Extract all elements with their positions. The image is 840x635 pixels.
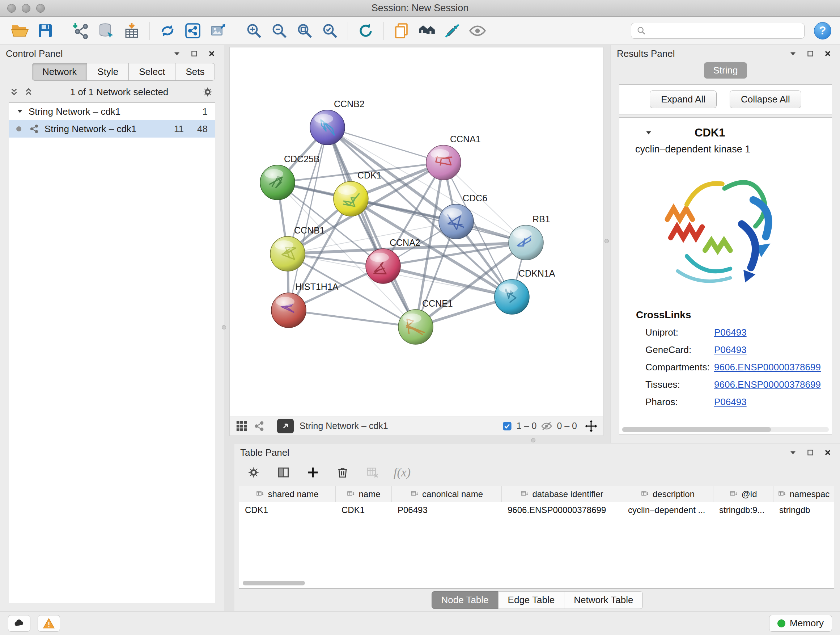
node-gloss-highlight — [431, 149, 449, 158]
function-builder-button[interactable]: f(x) — [393, 466, 411, 479]
fit-content-button[interactable] — [277, 419, 294, 433]
disclosure-triangle-icon[interactable] — [16, 108, 24, 115]
control-panel-collapse-button[interactable] — [171, 47, 183, 60]
network-node-ccna1[interactable]: CCNA1 — [426, 134, 481, 180]
network-row[interactable]: String Network – cdk1 11 48 — [9, 120, 215, 138]
crosslink-tissues-link[interactable]: 9606.ENSP00000378699 — [714, 379, 821, 390]
refresh-button[interactable] — [355, 19, 377, 42]
control-panel-float-button[interactable] — [188, 47, 201, 60]
column-header-shared-name[interactable]: shared name — [239, 486, 336, 502]
network-collection-row[interactable]: String Network – cdk1 1 — [9, 103, 215, 120]
import-network-from-file-button[interactable] — [70, 19, 92, 42]
column-header-id[interactable]: @id — [714, 486, 774, 502]
new-network-button[interactable] — [156, 19, 179, 42]
column-header-name[interactable]: name — [336, 486, 392, 502]
network-gallery-button[interactable] — [416, 19, 438, 42]
table-panel-collapse-button[interactable] — [786, 446, 799, 459]
node-label: CCNA1 — [450, 134, 481, 144]
export-network-image-button[interactable] — [207, 19, 229, 42]
network-node-cdk1[interactable]: CDK1 — [333, 170, 382, 216]
crosslink-compartments-link[interactable]: 9606.ENSP00000378699 — [714, 362, 821, 373]
tab-string[interactable]: String — [704, 62, 747, 79]
results-panel-collapse-button[interactable] — [786, 47, 799, 60]
save-session-button[interactable] — [34, 19, 57, 42]
expand-all-button[interactable]: Expand All — [650, 90, 717, 108]
tab-network-table[interactable]: Network Table — [564, 591, 643, 609]
network-node-cdkn1a[interactable]: CDKN1A — [494, 268, 555, 314]
column-header-canonical-name[interactable]: canonical name — [392, 486, 502, 502]
show-annotations-button[interactable] — [390, 19, 413, 42]
table-panel-float-button[interactable] — [804, 446, 817, 459]
houses-icon — [418, 22, 436, 40]
column-header-namespace[interactable]: namespac — [774, 486, 834, 502]
panel-resize-handle[interactable] — [531, 438, 535, 442]
results-panel-float-button[interactable] — [804, 47, 817, 60]
show-columns-button[interactable] — [275, 464, 292, 481]
column-header-database-identifier[interactable]: database identifier — [502, 486, 622, 502]
network-edge[interactable] — [327, 127, 444, 163]
panel-resize-handle[interactable] — [605, 239, 609, 243]
table-panel-close-button[interactable] — [821, 446, 834, 459]
toolbar-search[interactable] — [631, 23, 805, 39]
crosslink-pharos-link[interactable]: P06493 — [714, 396, 747, 408]
add-column-button[interactable] — [305, 464, 321, 481]
zoom-selected-button[interactable] — [319, 19, 341, 42]
help-button[interactable]: ? — [814, 22, 831, 40]
clone-network-button[interactable] — [182, 19, 204, 42]
tab-select[interactable]: Select — [128, 63, 175, 81]
minimize-window-button[interactable] — [22, 4, 30, 13]
crosslink-uniprot-link[interactable]: P06493 — [714, 327, 747, 338]
zoom-in-button[interactable] — [243, 19, 265, 42]
memory-button[interactable]: Memory — [769, 615, 832, 632]
birdseye-view-button[interactable] — [235, 420, 248, 432]
close-window-button[interactable] — [7, 4, 16, 13]
hide-annotations-button[interactable] — [441, 19, 463, 42]
network-node-ccnb2[interactable]: CCNB2 — [310, 99, 365, 145]
table-horizontal-scrollbar[interactable] — [243, 581, 305, 585]
network-edge[interactable] — [289, 310, 416, 327]
node-label: CCNA2 — [390, 238, 420, 248]
collapse-all-button[interactable] — [8, 86, 20, 98]
network-options-button[interactable] — [202, 86, 214, 98]
selected-checkbox-icon[interactable] — [502, 421, 512, 431]
tab-network[interactable]: Network — [32, 63, 87, 81]
disclosure-triangle-icon[interactable] — [645, 129, 653, 137]
results-scrollbar[interactable] — [622, 427, 829, 432]
table-row[interactable]: CDK1 CDK1 P06493 9606.ENSP00000378699 cy… — [239, 502, 834, 518]
network-edge[interactable] — [327, 127, 416, 327]
share-network-button[interactable] — [254, 420, 265, 432]
import-table-from-file-button[interactable] — [120, 19, 143, 42]
warnings-button[interactable] — [38, 615, 60, 632]
collapse-all-button[interactable]: Collapse All — [729, 90, 801, 108]
delete-column-button[interactable] — [334, 464, 351, 481]
pan-crosshair-icon[interactable] — [585, 420, 597, 432]
columns-icon — [277, 466, 290, 479]
network-node-rb1[interactable]: RB1 — [508, 214, 550, 260]
crosslink-genecard-link[interactable]: P06493 — [714, 344, 747, 356]
zoom-fit-button[interactable] — [294, 19, 316, 42]
network-node-hist1h1a[interactable]: HIST1H1A — [271, 282, 339, 328]
tab-sets[interactable]: Sets — [175, 63, 215, 81]
open-session-button[interactable] — [9, 19, 31, 42]
expand-all-button[interactable] — [22, 86, 35, 98]
zoom-window-button[interactable] — [36, 4, 45, 13]
hidden-eye-icon[interactable] — [541, 420, 553, 432]
panel-resize-handle[interactable] — [222, 325, 226, 329]
import-network-from-database-button[interactable] — [95, 19, 118, 42]
network-canvas[interactable]: CCNB2CCNA1CDC25BCDK1CDC6RB1CCNB1CCNA2CDK… — [230, 48, 603, 416]
network-label: String Network – cdk1 — [44, 124, 136, 135]
cloud-button[interactable] — [8, 615, 30, 632]
tab-edge-table[interactable]: Edge Table — [498, 591, 565, 609]
show-graphics-details-button[interactable] — [466, 19, 489, 42]
control-panel-close-button[interactable] — [205, 47, 218, 60]
memory-label: Memory — [790, 618, 824, 629]
network-graph[interactable]: CCNB2CCNA1CDC25BCDK1CDC6RB1CCNB1CCNA2CDK… — [230, 48, 603, 416]
results-panel-close-button[interactable] — [821, 47, 834, 60]
network-node-cdc25b[interactable]: CDC25B — [260, 154, 320, 200]
tab-node-table[interactable]: Node Table — [431, 591, 499, 609]
search-input[interactable] — [650, 25, 799, 36]
zoom-out-button[interactable] — [268, 19, 291, 42]
column-header-description[interactable]: description — [622, 486, 714, 502]
tab-style[interactable]: Style — [87, 63, 129, 81]
table-options-button[interactable] — [245, 464, 262, 481]
